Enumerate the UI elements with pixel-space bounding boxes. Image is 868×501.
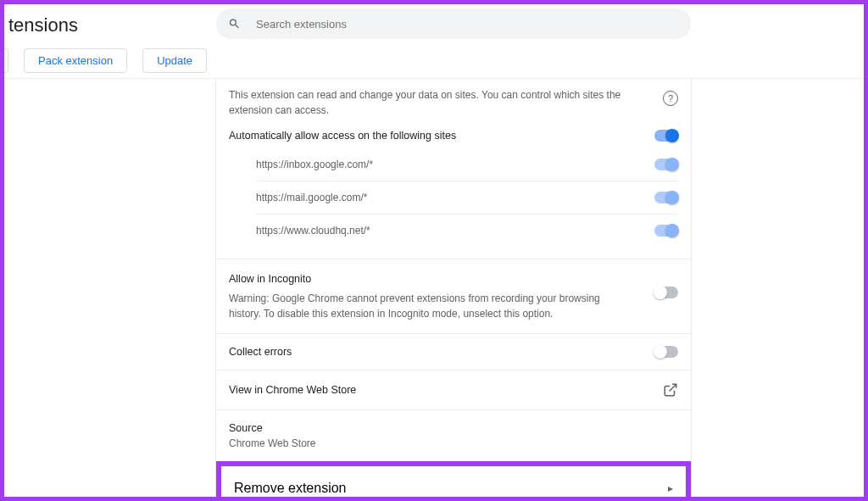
search-input[interactable]	[256, 18, 679, 31]
site-row: https://inbox.google.com/*	[256, 148, 678, 181]
site-url: https://mail.google.com/*	[256, 192, 367, 203]
top-header: tensions Pack extension Update	[4, 4, 864, 72]
source-value: Chrome Web Store	[229, 437, 678, 449]
site-toggle-2[interactable]	[654, 225, 678, 237]
cut-off-button[interactable]	[4, 48, 8, 73]
collect-errors-section: Collect errors	[216, 334, 691, 370]
incognito-toggle[interactable]	[654, 287, 678, 298]
settings-panel: This extension can read and change your …	[215, 79, 692, 501]
site-url: https://inbox.google.com/*	[256, 159, 373, 170]
incognito-title: Allow in Incognito	[229, 271, 619, 287]
auto-access-toggle[interactable]	[654, 130, 678, 142]
source-title: Source	[229, 422, 678, 434]
site-url: https://www.cloudhq.net/*	[256, 225, 370, 237]
pack-extension-button[interactable]: Pack extension	[24, 48, 127, 73]
view-store-section[interactable]: View in Chrome Web Store	[216, 370, 691, 410]
help-icon[interactable]: ?	[663, 91, 678, 106]
site-access-section: This extension can read and change your …	[216, 79, 691, 259]
view-store-label: View in Chrome Web Store	[229, 384, 356, 396]
site-row: https://www.cloudhq.net/*	[256, 214, 678, 247]
site-toggle-0[interactable]	[654, 159, 678, 170]
incognito-section: Allow in Incognito Warning: Google Chrom…	[216, 259, 691, 334]
site-list: https://inbox.google.com/* https://mail.…	[229, 148, 678, 247]
search-bar[interactable]	[216, 8, 691, 39]
auto-access-label: Automatically allow access on the follow…	[229, 130, 456, 142]
update-button[interactable]: Update	[142, 48, 207, 73]
collect-errors-label: Collect errors	[229, 346, 292, 358]
source-section: Source Chrome Web Store	[216, 410, 691, 461]
remove-label: Remove extension	[234, 481, 347, 496]
search-icon	[228, 17, 241, 31]
incognito-desc: Warning: Google Chrome cannot prevent ex…	[229, 291, 619, 321]
button-row: Pack extension Update	[4, 48, 207, 73]
open-external-icon	[663, 382, 678, 398]
remove-extension-button[interactable]: Remove extension ▸	[216, 461, 691, 501]
chevron-right-icon: ▸	[668, 482, 673, 494]
site-row: https://mail.google.com/*	[256, 181, 678, 214]
site-toggle-1[interactable]	[654, 192, 678, 203]
collect-errors-toggle[interactable]	[654, 346, 678, 358]
page-title: tensions	[8, 14, 78, 36]
site-access-desc: This extension can read and change your …	[229, 87, 627, 118]
